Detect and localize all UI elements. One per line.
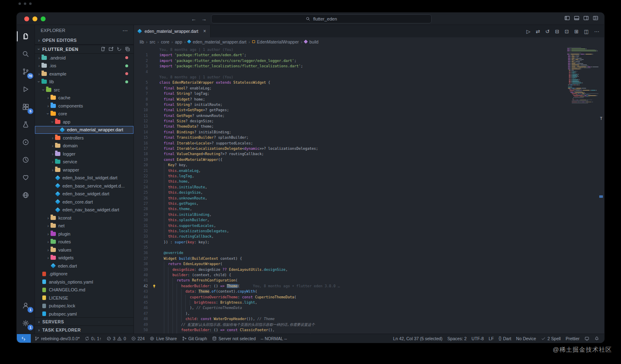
- status-remote-indicator[interactable]: [17, 334, 31, 343]
- extensions-activity-button[interactable]: 5: [17, 98, 34, 116]
- code-line-50[interactable]: 50footerBuilder: () => const ClassicFoot…: [134, 327, 566, 333]
- tree-file-eden-material-wrapper-dart[interactable]: eden_material_wrapper.dart: [35, 126, 133, 134]
- split-editor-button[interactable]: ◫: [584, 28, 589, 34]
- minimap[interactable]: [567, 47, 598, 334]
- status-formatter[interactable]: Prettier: [563, 334, 582, 343]
- code-line-7[interactable]: 7final String? logTag;: [134, 91, 566, 96]
- tree-folder-lib[interactable]: ›lib: [35, 78, 133, 86]
- tree-file-eden-base-service-widget-d-[interactable]: eden_base_service_widget.d...: [35, 182, 133, 190]
- code-line-30[interactable]: 30this.splashBuilder,: [134, 217, 566, 223]
- code-line-3[interactable]: 3import 'package:flutter_localizations/f…: [134, 64, 566, 69]
- code-line-45[interactable]: 45brightness: Brightness.light,: [134, 300, 566, 305]
- servers-section[interactable]: › SERVERS: [35, 317, 133, 325]
- code-line-5[interactable]: 5class EdenMaterialWrapper extends State…: [134, 80, 566, 85]
- line-number[interactable]: 24: [134, 185, 148, 190]
- line-number[interactable]: 4: [134, 69, 148, 75]
- line-number[interactable]: 47: [134, 311, 148, 316]
- status-git-branch[interactable]: rebelning-dev/3.0.0*: [32, 334, 82, 343]
- line-number[interactable]: 1: [134, 53, 148, 58]
- line-number[interactable]: 28: [134, 206, 148, 212]
- code-line-46[interactable]: 46), // CupertinoThemeData: [134, 305, 566, 311]
- code-line-25[interactable]: 25this.designSize,: [134, 190, 566, 195]
- tree-folder-controllers[interactable]: ›controllers: [35, 134, 133, 142]
- code-line-32[interactable]: 32this.localizationsDelegates,: [134, 229, 566, 234]
- tree-file-license[interactable]: LICENSE: [35, 294, 133, 302]
- run-button[interactable]: ▷: [527, 28, 531, 34]
- line-number[interactable]: 19: [134, 157, 148, 163]
- code-line-14[interactable]: 14final Bindings? initialBinding;: [134, 130, 566, 135]
- new-file-button[interactable]: [100, 46, 106, 53]
- live-share-activity-button[interactable]: [17, 133, 34, 151]
- code-line-37[interactable]: 37Widget build(BuildContext context) {: [134, 256, 566, 261]
- line-number[interactable]: 35: [134, 245, 148, 250]
- line-number[interactable]: 3: [134, 64, 148, 69]
- code-line-26[interactable]: 26this.unknownRoute,: [134, 196, 566, 201]
- line-number[interactable]: 36: [134, 250, 148, 256]
- customize-layout-button[interactable]: [593, 15, 598, 23]
- line-number[interactable]: 45: [134, 300, 148, 305]
- code-line-23[interactable]: 23this.home,: [134, 179, 566, 184]
- line-number[interactable]: 11: [134, 113, 148, 119]
- tree-file-pubspec-lock[interactable]: pubspec.lock: [35, 302, 133, 310]
- line-number[interactable]: 10: [134, 108, 148, 113]
- status-flutter-device[interactable]: No Device: [514, 334, 538, 343]
- toggle-panel-button[interactable]: [574, 15, 580, 23]
- code-line-10[interactable]: 10final List<GetPage>? getPages;: [134, 108, 566, 113]
- status-counter[interactable]: 224: [129, 334, 147, 343]
- line-number[interactable]: 38: [134, 261, 148, 267]
- breadcrumb-item[interactable]: build: [309, 39, 318, 44]
- code-line-31[interactable]: 31this.supportedLocales,: [134, 223, 566, 229]
- line-number[interactable]: 27: [134, 201, 148, 206]
- line-number[interactable]: 31: [134, 223, 148, 229]
- line-number[interactable]: 26: [134, 196, 148, 201]
- line-number[interactable]: 39: [134, 267, 148, 272]
- tree-file-analysis-options-yaml[interactable]: analysis_options.yaml: [35, 278, 133, 286]
- code-line-35[interactable]: 35: [134, 245, 566, 250]
- code-line-40[interactable]: 40builder: (context, child) {: [134, 272, 566, 278]
- line-number[interactable]: 32: [134, 229, 148, 234]
- line-number[interactable]: 7: [134, 91, 148, 96]
- open-changes-button[interactable]: ⇄: [536, 28, 540, 34]
- code-line-19[interactable]: 19const EdenMaterialWrapper({: [134, 157, 566, 163]
- tree-file-eden-base-widget-dart[interactable]: eden_base_widget.dart: [35, 190, 133, 198]
- code-line-27[interactable]: 27this.getPages,: [134, 201, 566, 206]
- line-number[interactable]: 46: [134, 305, 148, 311]
- line-number[interactable]: 23: [134, 179, 148, 184]
- remote-explorer-activity-button[interactable]: [17, 186, 34, 204]
- tree-file-eden-core-dart[interactable]: eden_core.dart: [35, 198, 133, 206]
- code-line-13[interactable]: 13final ThemeData? theme;: [134, 124, 566, 129]
- tree-folder-widgets[interactable]: ›widgets: [35, 254, 133, 262]
- tree-folder-plugin[interactable]: ›plugin: [35, 230, 133, 238]
- line-number[interactable]: 51: [134, 333, 148, 334]
- code-line-8[interactable]: 8final Widget? home;: [134, 97, 566, 102]
- code-line-51[interactable]: 51// 配置默认底部指示器,假如你每个页面的底部指示器都一样的话,你需要设置这…: [134, 333, 566, 334]
- source-control-activity-button[interactable]: 70: [17, 63, 34, 80]
- status-spell-checker[interactable]: 2 Spell: [538, 334, 563, 343]
- line-number[interactable]: 22: [134, 174, 148, 179]
- history-button[interactable]: ↺: [545, 28, 550, 34]
- breadcrumb-item[interactable]: app: [175, 39, 182, 44]
- minimize-window-button[interactable]: [32, 16, 37, 21]
- nav-history[interactable]: ←→: [191, 13, 207, 25]
- line-number[interactable]: 29: [134, 212, 148, 217]
- breadcrumb-item[interactable]: EdenMaterialWrapper: [257, 39, 299, 44]
- code-line-39[interactable]: 39designSize: designSize ?? EdenLayoutUt…: [134, 267, 566, 272]
- accounts-activity-button[interactable]: 1: [17, 297, 34, 314]
- collapse-folders-button[interactable]: [125, 46, 130, 53]
- line-number[interactable]: 48: [134, 316, 148, 322]
- breadcrumb-item[interactable]: lib: [140, 39, 144, 44]
- code-line-2[interactable]: 2import 'package:flutter_eden/src/core/l…: [134, 58, 566, 64]
- line-number[interactable]: 17: [134, 146, 148, 151]
- status-git-graph[interactable]: Git Graph: [179, 334, 210, 343]
- code-line-9[interactable]: 9final String? initialRoute;: [134, 102, 566, 108]
- compare-button[interactable]: ⊟: [555, 28, 559, 34]
- refresh-explorer-button[interactable]: [117, 46, 122, 53]
- tree-folder-core[interactable]: ›core: [35, 110, 133, 118]
- command-center-search[interactable]: flutter_eden: [211, 14, 432, 23]
- preview-button[interactable]: ⊡: [565, 28, 569, 34]
- line-number[interactable]: 9: [134, 102, 148, 108]
- lightbulb-icon[interactable]: [152, 284, 156, 288]
- code-line-17[interactable]: 17final Iterable<LocalizationsDelegate<d…: [134, 146, 566, 151]
- breadcrumb-item[interactable]: src: [150, 39, 155, 44]
- line-number[interactable]: 50: [134, 327, 148, 333]
